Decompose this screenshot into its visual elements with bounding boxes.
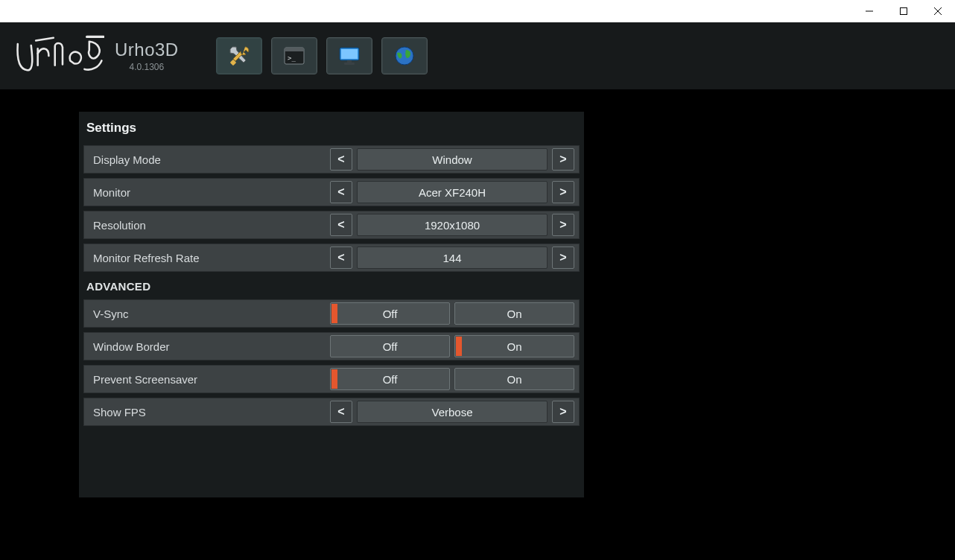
header-tabs: >_ — [216, 37, 428, 74]
row-show-fps: Show FPS < Verbose > — [83, 398, 580, 426]
display-mode-next-button[interactable]: > — [552, 148, 574, 171]
tab-settings[interactable] — [216, 37, 262, 74]
monitor-value[interactable]: Acer XF240H — [357, 181, 548, 203]
svg-rect-1 — [901, 8, 907, 15]
prevent-screensaver-on-button[interactable]: On — [454, 368, 574, 390]
content-area: Settings Display Mode < Window > Monitor… — [0, 89, 955, 560]
resolution-value[interactable]: 1920x1080 — [357, 214, 548, 236]
show-fps-prev-button[interactable]: < — [330, 401, 352, 423]
globe-icon — [393, 44, 416, 68]
row-window-border: Window Border Off On — [83, 332, 580, 360]
app-header: Urho3D 4.0.1306 >_ — [0, 22, 955, 89]
label-show-fps: Show FPS — [84, 406, 330, 419]
label-resolution: Resolution — [84, 219, 330, 232]
label-vsync: V-Sync — [84, 308, 330, 320]
vsync-off-label: Off — [383, 308, 398, 320]
row-display-mode: Display Mode < Window > — [83, 145, 580, 174]
svg-text:>_: >_ — [288, 54, 296, 62]
monitor-prev-button[interactable]: < — [330, 181, 352, 203]
settings-panel: Settings Display Mode < Window > Monitor… — [79, 112, 584, 497]
svg-rect-6 — [285, 48, 304, 51]
vsync-off-button[interactable]: Off — [330, 302, 450, 325]
window-close-button[interactable] — [921, 0, 955, 22]
prevent-screensaver-off-button[interactable]: Off — [330, 368, 450, 390]
refresh-rate-next-button[interactable]: > — [552, 246, 574, 269]
prevent-screensaver-on-label: On — [507, 373, 521, 386]
resolution-next-button[interactable]: > — [552, 214, 574, 236]
selected-marker-icon — [331, 304, 337, 323]
window-titlebar — [0, 0, 955, 22]
panel-title: Settings — [79, 112, 584, 143]
show-fps-value[interactable]: Verbose — [357, 401, 548, 423]
tab-network[interactable] — [381, 37, 428, 74]
window-border-on-label: On — [507, 340, 521, 353]
window-border-off-button[interactable]: Off — [330, 335, 450, 357]
window-minimize-button[interactable] — [852, 0, 886, 22]
tab-display[interactable] — [326, 37, 372, 74]
monitor-next-button[interactable]: > — [552, 181, 574, 203]
selected-marker-icon — [331, 369, 337, 389]
label-display-mode: Display Mode — [84, 153, 330, 166]
label-prevent-screensaver: Prevent Screensaver — [84, 373, 330, 386]
monitor-icon — [337, 44, 361, 68]
refresh-rate-prev-button[interactable]: < — [330, 246, 352, 269]
terminal-icon: >_ — [282, 44, 306, 68]
window-maximize-button[interactable] — [886, 0, 921, 22]
label-monitor: Monitor — [84, 186, 330, 199]
display-mode-value[interactable]: Window — [357, 148, 548, 171]
refresh-rate-value[interactable]: 144 — [357, 246, 548, 269]
app-version: 4.0.1306 — [129, 62, 164, 72]
vsync-on-label: On — [507, 308, 521, 320]
show-fps-next-button[interactable]: > — [552, 401, 574, 423]
label-window-border: Window Border — [84, 340, 330, 353]
logo-icon — [7, 32, 104, 80]
tab-terminal[interactable]: >_ — [271, 37, 317, 74]
resolution-prev-button[interactable]: < — [330, 214, 352, 236]
section-advanced-title: ADVANCED — [79, 274, 584, 297]
row-monitor: Monitor < Acer XF240H > — [83, 178, 580, 206]
svg-rect-11 — [344, 63, 355, 65]
vsync-on-button[interactable]: On — [454, 302, 574, 325]
svg-rect-9 — [341, 49, 358, 59]
svg-rect-10 — [347, 60, 352, 63]
window-border-on-button[interactable]: On — [454, 335, 574, 357]
app-root: Urho3D 4.0.1306 >_ — [0, 22, 955, 560]
tools-icon — [227, 44, 251, 68]
row-resolution: Resolution < 1920x1080 > — [83, 211, 580, 239]
selected-marker-icon — [456, 337, 462, 356]
app-title: Urho3D — [115, 39, 179, 60]
label-refresh-rate: Monitor Refresh Rate — [84, 252, 330, 264]
window-border-off-label: Off — [383, 340, 398, 353]
prevent-screensaver-off-label: Off — [383, 373, 398, 386]
logo-block: Urho3D 4.0.1306 — [7, 32, 179, 80]
row-prevent-screensaver: Prevent Screensaver Off On — [83, 365, 580, 393]
row-vsync: V-Sync Off On — [83, 299, 580, 328]
display-mode-prev-button[interactable]: < — [330, 148, 352, 171]
title-block: Urho3D 4.0.1306 — [115, 39, 179, 72]
row-refresh-rate: Monitor Refresh Rate < 144 > — [83, 244, 580, 272]
